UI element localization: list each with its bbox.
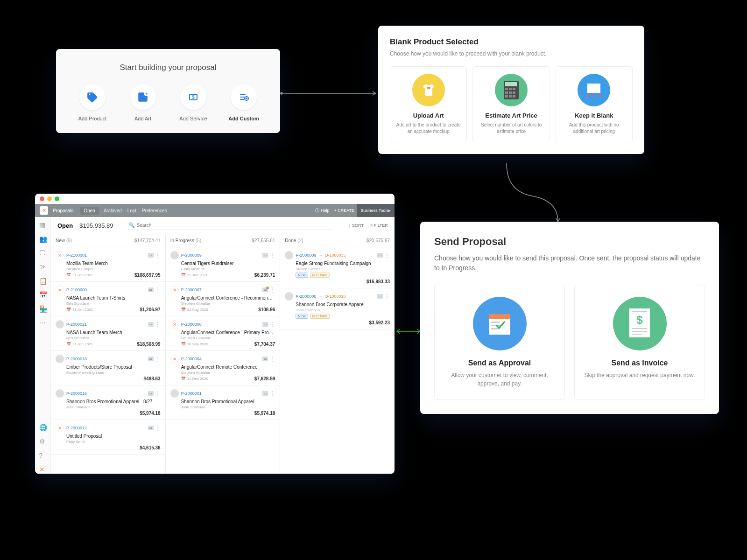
display-icon[interactable]: 🖵 [39, 250, 47, 257]
comment-icon[interactable]: ▭ [148, 357, 154, 361]
filter-button[interactable]: ≡ FILTER [370, 223, 388, 228]
tab-archived[interactable]: Archived [104, 208, 122, 213]
card-menu-icon[interactable]: ⋮ [384, 254, 390, 257]
tab-open[interactable]: Open [80, 207, 99, 215]
create-button[interactable]: + CREATE [334, 208, 355, 213]
proposal-date: 31 Dec 2020 [187, 377, 208, 381]
proposal-card[interactable]: ✕ P-2100001 ▭⋮ Mozilla Team Merch Stephe… [51, 247, 165, 282]
help-button[interactable]: ⓘ Help [315, 208, 329, 214]
card-menu-icon[interactable]: ⋮ [155, 427, 161, 429]
help-icon[interactable]: ? [39, 452, 47, 460]
card-menu-icon[interactable]: ⋮ [155, 392, 161, 395]
proposal-card[interactable]: P-2000009 ▭⋮ Central Tigers Fundraiser C… [166, 247, 280, 282]
proposal-card[interactable]: P-2000001 ▭⋮ Shannon Bros Promotional Ap… [166, 385, 280, 420]
tab-lost[interactable]: Lost [127, 208, 136, 213]
add-custom-option[interactable]: Add Custom [220, 84, 267, 121]
card-menu-icon[interactable]: ⋮ [269, 323, 275, 326]
proposals-app-window: ✕ Proposals Open Archived Lost Preferenc… [35, 194, 395, 474]
proposal-card[interactable]: ✕ P-2000007 ▭⋮ AngularConnect Conference… [166, 282, 280, 316]
business-tools-button[interactable]: Business Tools ▸ [357, 204, 395, 217]
minimize-window-icon[interactable] [47, 196, 52, 201]
comment-icon[interactable]: ▭ [377, 294, 383, 299]
clipboard-icon[interactable]: 📋 [39, 278, 47, 285]
comment-icon[interactable]: ▭ [148, 426, 154, 430]
comment-icon[interactable]: ▭ [262, 253, 268, 258]
proposal-card[interactable]: P-2000018 ▭⋮ Ember Products/Store Propos… [51, 351, 165, 385]
svg-rect-25 [587, 84, 600, 93]
card-menu-icon[interactable]: ⋮ [155, 254, 161, 257]
new-tag: NEW [296, 273, 308, 278]
store-icon[interactable]: 🏪 [39, 306, 47, 313]
shop-icon[interactable]: 🛍 [39, 264, 47, 271]
add-service-option[interactable]: $ Add Service [170, 84, 217, 121]
card-menu-icon[interactable]: ⋮ [269, 254, 275, 257]
comment-icon[interactable]: ▭ [262, 322, 268, 327]
brand-icon[interactable]: ✕ [39, 466, 47, 474]
more-icon[interactable]: ⋯ [39, 320, 47, 327]
proposal-card[interactable]: ✕ P-2100000 ▭⋮ NASA Launch Team T-Shirts… [51, 282, 165, 316]
proposal-title: AngularConnect Remote Conference [181, 364, 275, 370]
proposal-card[interactable]: P-2000021 ▭⋮ NASA Launch Team Merch Ben … [51, 316, 165, 351]
comment-icon[interactable]: ▭ [148, 322, 154, 327]
card-menu-icon[interactable]: ⋮ [155, 288, 161, 291]
sort-button[interactable]: ↕ SORT [349, 223, 364, 228]
svg-line-27 [599, 93, 600, 98]
proposal-card[interactable]: P-2000009 → O-1000035 ▭⋮ Eagle Strong Fu… [280, 247, 395, 288]
card-menu-icon[interactable]: ⋮ [269, 288, 275, 291]
search-field[interactable]: 🔍 [127, 221, 333, 230]
card-menu-icon[interactable]: ⋮ [269, 357, 275, 360]
comment-icon[interactable]: ▭ [262, 391, 268, 396]
proposal-card[interactable]: ✕ P-2000012 ▭⋮ Untitled Proposal Patty S… [51, 420, 165, 455]
add-art-option[interactable]: + Add Art [120, 84, 166, 121]
calendar-check-icon [473, 297, 527, 350]
close-window-icon[interactable] [40, 196, 44, 201]
calendar-icon[interactable]: 📅 [39, 292, 47, 299]
proposal-id: P-2000001 [181, 391, 202, 396]
window-titlebar [35, 194, 395, 204]
card-menu-icon[interactable]: ⋮ [155, 357, 161, 360]
proposal-title: Untitled Proposal [66, 434, 161, 439]
svg-point-1 [281, 92, 282, 94]
globe-icon[interactable]: 🌐 [39, 424, 47, 432]
proposal-card[interactable]: P-2000000 → O-1000018 ▭⋮ Shannon Bros Co… [280, 288, 395, 329]
add-product-label: Add Product [69, 116, 116, 121]
column-count: (2) [297, 238, 303, 243]
comment-icon[interactable]: ▭ [148, 253, 154, 258]
comment-icon[interactable]: ▭ [148, 287, 154, 292]
dollar-icon: $ [180, 84, 206, 110]
proposal-amount: $7,628.59 [254, 376, 275, 381]
board-column: New (9)$147,704.41 ✕ P-2100001 ▭⋮ Mozill… [51, 234, 166, 474]
new-tag: NEW [296, 314, 308, 319]
proposal-card[interactable]: ✕ P-2000004 ▭⋮ AngularConnect Remote Con… [166, 351, 280, 385]
app-logo-icon[interactable]: ✕ [40, 206, 48, 215]
proposal-card[interactable]: ✕ P-2000006 ▭⋮ AngularConnect Conference… [166, 316, 280, 351]
proposal-id: P-2100001 [66, 253, 87, 258]
estimate-price-option[interactable]: Estimate Art Price Select number of art … [472, 66, 550, 142]
contacts-icon[interactable]: 👥 [39, 236, 47, 243]
dashboard-icon[interactable]: ▦ [39, 222, 47, 229]
upload-art-option[interactable]: Upload Art Add art to the product to cre… [390, 66, 467, 142]
add-product-option[interactable]: Add Product [69, 84, 116, 121]
maximize-window-icon[interactable] [55, 196, 59, 201]
comment-icon[interactable]: ▭ [148, 391, 154, 396]
proposal-contact: Stephen Gibraltar [181, 371, 275, 375]
comment-icon[interactable]: ▭ [262, 287, 268, 292]
card-menu-icon[interactable]: ⋮ [384, 295, 390, 298]
comment-icon[interactable]: ▭ [377, 253, 383, 258]
proposal-amount: $16,983.33 [366, 279, 390, 284]
card-menu-icon[interactable]: ⋮ [269, 392, 275, 395]
settings-icon[interactable]: ⚙ [39, 438, 47, 446]
tab-preferences[interactable]: Preferences [142, 208, 167, 213]
calendar-icon: 📅 [181, 308, 186, 312]
proposal-date: 31 Jan 2021 [187, 273, 208, 277]
tag-icon [79, 84, 106, 110]
card-menu-icon[interactable]: ⋮ [155, 323, 161, 326]
send-approval-option[interactable]: Send as Approval Allow your customer to … [434, 285, 565, 400]
send-invoice-option[interactable]: $ Send as Invoice Skip the approval and … [574, 285, 705, 400]
comment-icon[interactable]: ▭ [262, 357, 268, 361]
keep-blank-option[interactable]: Keep it Blank Add this product with no a… [556, 66, 633, 142]
proposal-card[interactable]: P-2000016 ▭⋮ Shannon Bros Promotional Ap… [51, 385, 165, 420]
order-id: O-1000018 [324, 294, 345, 299]
search-input[interactable] [127, 221, 333, 230]
proposal-id: P-2000016 [66, 391, 87, 396]
